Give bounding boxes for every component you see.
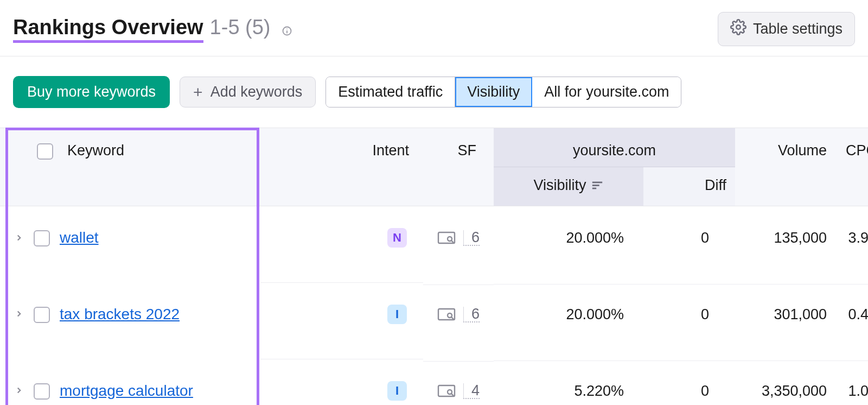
sf-cell[interactable]: 4: [423, 361, 494, 406]
row-checkbox[interactable]: [34, 230, 50, 246]
col-intent-label: Intent: [372, 142, 409, 159]
col-volume-label: Volume: [778, 142, 827, 159]
keyword-link[interactable]: mortgage calculator: [60, 382, 193, 400]
header-row: Rankings Overview 1-5 (5) Table settings: [0, 0, 868, 56]
row-checkbox[interactable]: [34, 383, 50, 400]
tab-estimated-label: Estimated traffic: [338, 84, 443, 100]
col-visibility[interactable]: Visibility: [494, 167, 643, 206]
sf-count: 4: [463, 383, 480, 399]
tab-allfor-label: All for: [544, 84, 582, 100]
visibility-cell: 20.000%: [494, 284, 640, 358]
volume-cell: 301,000: [735, 284, 835, 358]
keyword-cell: tax brackets 2022: [0, 284, 260, 358]
tab-allfor-domain: yoursite.com: [586, 84, 669, 100]
add-keywords-button[interactable]: + Add keywords: [180, 77, 316, 107]
svg-point-11: [448, 313, 452, 318]
col-keyword-label: Keyword: [67, 142, 124, 159]
col-keyword: Keyword: [0, 128, 260, 206]
col-domain-title: yoursite.com: [494, 128, 735, 167]
svg-rect-6: [592, 188, 596, 189]
sf-cell[interactable]: 6: [423, 284, 494, 357]
svg-line-15: [451, 394, 454, 396]
keyword-cell: mortgage calculator: [0, 360, 260, 406]
table-settings-button[interactable]: Table settings: [718, 12, 855, 46]
col-diff[interactable]: Diff: [643, 167, 735, 206]
tab-all-for-domain[interactable]: All for yoursite.com: [532, 77, 681, 107]
keyword-link[interactable]: tax brackets 2022: [60, 306, 180, 323]
diff-cell: 0: [640, 208, 735, 281]
table-row: mortgage calculator I 4 5.220% 0 3,350,0…: [0, 359, 868, 405]
intent-cell: I: [260, 359, 423, 405]
buy-keywords-label: Buy more keywords: [27, 84, 156, 100]
volume-cell: 3,350,000: [735, 360, 835, 406]
col-diff-label: Diff: [705, 177, 726, 194]
col-sf[interactable]: SF: [423, 128, 494, 206]
page-range: 1-5 (5): [210, 16, 271, 39]
col-cpc[interactable]: CPC: [835, 128, 868, 206]
table-settings-label: Table settings: [753, 21, 843, 37]
col-sf-label: SF: [457, 142, 476, 159]
intent-cell: I: [260, 282, 423, 359]
cpc-cell: 0.48: [835, 284, 868, 358]
col-domain-group: yoursite.com Visibility Diff: [494, 128, 735, 206]
svg-rect-4: [592, 182, 602, 183]
expand-chevron-icon[interactable]: [14, 306, 24, 322]
intent-cell: N: [260, 206, 423, 282]
table-row: wallet N 6 20.000% 0 135,000 3.90: [0, 206, 868, 282]
keyword-cell: wallet: [0, 207, 260, 281]
table-body: wallet N 6 20.000% 0 135,000 3.90: [0, 206, 868, 405]
sf-count: 6: [463, 230, 480, 246]
serp-feature-icon: [437, 307, 456, 321]
tab-estimated-traffic[interactable]: Estimated traffic: [326, 77, 455, 107]
table-row: tax brackets 2022 I 6 20.000% 0 301,000 …: [0, 282, 868, 359]
cpc-cell: 1.01: [835, 360, 868, 406]
svg-line-9: [451, 241, 454, 243]
diff-cell: 0: [640, 284, 735, 358]
plus-icon: +: [193, 84, 203, 100]
buy-keywords-button[interactable]: Buy more keywords: [13, 76, 170, 108]
sort-icon: [591, 177, 603, 194]
tab-visibility[interactable]: Visibility: [455, 77, 532, 107]
svg-rect-5: [592, 185, 599, 186]
col-intent[interactable]: Intent: [260, 128, 423, 206]
volume-cell: 135,000: [735, 208, 835, 281]
select-all-checkbox[interactable]: [37, 143, 53, 160]
svg-line-12: [451, 317, 454, 319]
title-left: Rankings Overview 1-5 (5): [13, 16, 292, 43]
svg-point-2: [286, 28, 288, 29]
sf-count: 6: [463, 307, 480, 322]
keyword-link[interactable]: wallet: [60, 229, 99, 246]
intent-badge: N: [387, 228, 407, 248]
serp-feature-icon: [437, 231, 456, 245]
row-checkbox[interactable]: [34, 307, 50, 323]
intent-badge: I: [387, 305, 407, 324]
visibility-cell: 20.000%: [494, 208, 640, 281]
toolbar-row: Buy more keywords + Add keywords Estimat…: [0, 56, 868, 128]
svg-point-8: [448, 237, 452, 241]
col-cpc-label: CPC: [846, 142, 868, 159]
rankings-table: Keyword Intent SF yoursite.com Visibilit…: [0, 128, 868, 405]
svg-point-14: [448, 390, 452, 394]
tab-visibility-label: Visibility: [467, 84, 520, 100]
expand-chevron-icon[interactable]: [14, 230, 24, 246]
svg-point-3: [736, 25, 741, 29]
view-segment-group: Estimated traffic Visibility All for you…: [326, 77, 681, 107]
table-header-row: Keyword Intent SF yoursite.com Visibilit…: [0, 128, 868, 206]
sf-cell[interactable]: 6: [423, 208, 494, 281]
visibility-cell: 5.220%: [494, 360, 640, 406]
cpc-cell: 3.90: [835, 208, 868, 281]
intent-badge: I: [387, 381, 407, 401]
serp-feature-icon: [437, 384, 456, 398]
add-keywords-label: Add keywords: [210, 84, 303, 100]
expand-chevron-icon[interactable]: [14, 382, 24, 399]
diff-cell: 0: [640, 360, 735, 406]
info-icon[interactable]: [282, 26, 292, 36]
col-volume[interactable]: Volume: [735, 128, 835, 206]
page-title: Rankings Overview: [13, 16, 203, 43]
col-visibility-label: Visibility: [533, 177, 586, 194]
gear-icon: [730, 19, 746, 39]
